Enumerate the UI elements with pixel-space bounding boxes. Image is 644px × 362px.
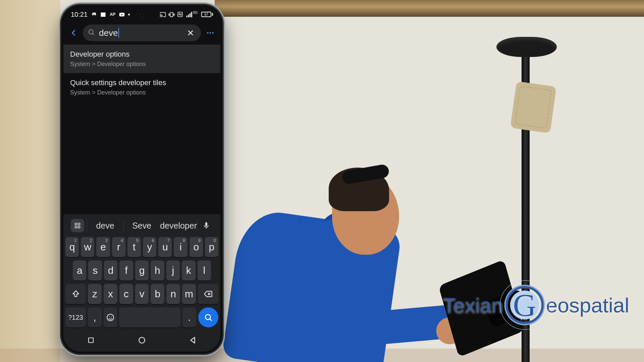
period-key[interactable]: . — [182, 307, 196, 327]
key-e[interactable]: e3 — [96, 237, 110, 257]
backspace-key[interactable] — [198, 284, 218, 304]
svg-rect-9 — [78, 223, 80, 225]
svg-point-1 — [89, 30, 93, 34]
key-h[interactable]: h — [151, 260, 164, 281]
key-row-2: asdfghjkl — [65, 260, 218, 281]
key-q[interactable]: q1 — [65, 237, 79, 257]
back-button[interactable] — [66, 25, 81, 40]
nav-home[interactable] — [127, 334, 157, 346]
key-n[interactable]: n — [166, 284, 180, 304]
more-button[interactable] — [203, 25, 218, 40]
system-nav-bar — [65, 331, 218, 350]
key-l[interactable]: l — [198, 260, 211, 281]
texian-geospatial-logo: Texian G eospatial — [443, 285, 629, 325]
key-a[interactable]: a — [73, 260, 86, 281]
nfc-icon — [177, 11, 183, 18]
key-m[interactable]: m — [182, 284, 196, 304]
key-v[interactable]: v — [135, 284, 149, 304]
key-p[interactable]: p0 — [205, 237, 218, 257]
status-time: 10:21 — [71, 11, 88, 18]
search-field[interactable]: deve — [83, 24, 201, 41]
gps-antenna — [496, 37, 557, 57]
key-r[interactable]: r4 — [112, 237, 125, 257]
key-row-1: q1w2e3r4t5y6u7i8o9p0 — [65, 237, 218, 257]
svg-point-6 — [210, 32, 211, 34]
search-icon — [88, 28, 95, 37]
key-i[interactable]: i8 — [174, 237, 187, 257]
key-x[interactable]: x — [104, 284, 117, 304]
result-quick-settings-tiles[interactable]: Quick settings developer tiles System > … — [63, 73, 220, 102]
suggestion-2[interactable]: Seve — [123, 214, 160, 237]
numeric-key[interactable]: ?123 — [65, 307, 86, 327]
search-results: Developer options System > Developer opt… — [63, 45, 220, 102]
svg-rect-11 — [78, 226, 80, 228]
text-cursor — [118, 28, 119, 38]
signal-icon — [186, 11, 192, 18]
comma-key[interactable]: , — [88, 307, 102, 327]
result-title: Developer options — [70, 50, 214, 59]
background-left-wall — [0, 0, 60, 362]
gps-receiver — [510, 81, 556, 133]
svg-point-20 — [139, 337, 145, 343]
key-j[interactable]: j — [166, 260, 180, 281]
key-k[interactable]: k — [182, 260, 195, 281]
vibrate-icon — [168, 11, 175, 18]
key-u[interactable]: u7 — [158, 237, 172, 257]
key-t[interactable]: t5 — [127, 237, 141, 257]
cast-icon — [160, 11, 166, 18]
svg-point-7 — [212, 32, 213, 34]
clear-button[interactable] — [185, 27, 196, 39]
result-path: System > Developer options — [70, 61, 214, 68]
logo-big-letter: G — [513, 287, 536, 324]
key-z[interactable]: z — [88, 284, 102, 304]
keyboard-menu-button[interactable] — [68, 214, 87, 237]
svg-point-15 — [109, 316, 110, 317]
svg-point-5 — [207, 32, 208, 34]
key-b[interactable]: b — [151, 284, 164, 304]
search-action-key[interactable] — [198, 307, 218, 327]
svg-line-2 — [93, 34, 94, 35]
svg-point-14 — [107, 314, 114, 321]
key-row-4: ?123 , . — [65, 307, 218, 327]
result-title: Quick settings developer tiles — [70, 78, 214, 87]
phone-frame: 10:21 AP — [61, 5, 222, 354]
svg-line-18 — [210, 319, 212, 321]
result-developer-options[interactable]: Developer options System > Developer opt… — [63, 45, 220, 73]
svg-point-17 — [205, 314, 210, 319]
space-key[interactable] — [119, 307, 180, 327]
key-g[interactable]: g — [135, 260, 149, 281]
suggestion-3[interactable]: developer — [160, 214, 197, 237]
result-path: System > Developer options — [70, 89, 214, 96]
svg-rect-10 — [75, 226, 77, 228]
key-f[interactable]: f — [119, 260, 133, 281]
nav-back[interactable] — [178, 334, 208, 346]
youtube-icon — [119, 11, 125, 18]
battery-indicator: 67 — [201, 12, 213, 17]
key-s[interactable]: s — [88, 260, 102, 281]
key-w[interactable]: w2 — [81, 237, 94, 257]
logo-word-2: eospatial — [546, 293, 629, 317]
facebook-icon — [100, 11, 106, 18]
key-o[interactable]: o9 — [190, 237, 203, 257]
key-y[interactable]: y6 — [143, 237, 156, 257]
svg-rect-8 — [75, 223, 77, 225]
discord-icon — [91, 11, 97, 18]
svg-rect-19 — [89, 338, 93, 343]
key-d[interactable]: d — [104, 260, 117, 281]
mic-button[interactable] — [197, 214, 216, 237]
logo-word-1: Texian — [443, 293, 503, 317]
person-silhouette — [218, 168, 436, 362]
svg-point-16 — [111, 316, 112, 317]
status-overflow-dot — [128, 14, 130, 15]
key-c[interactable]: c — [119, 284, 133, 304]
emoji-key[interactable] — [104, 307, 117, 327]
ap-icon: AP — [109, 11, 116, 18]
suggestion-bar: deve Seve developer — [65, 214, 218, 237]
on-screen-keyboard: deve Seve developer q1w2e3r4t5y6u7i8o9p0… — [63, 214, 220, 352]
background-wood-trim — [215, 0, 644, 17]
shift-key[interactable] — [65, 284, 86, 304]
suggestion-1[interactable]: deve — [87, 214, 123, 237]
nav-recents[interactable] — [76, 334, 106, 346]
search-query: deve — [99, 28, 181, 38]
key-row-3: zxcvbnm — [65, 284, 218, 304]
